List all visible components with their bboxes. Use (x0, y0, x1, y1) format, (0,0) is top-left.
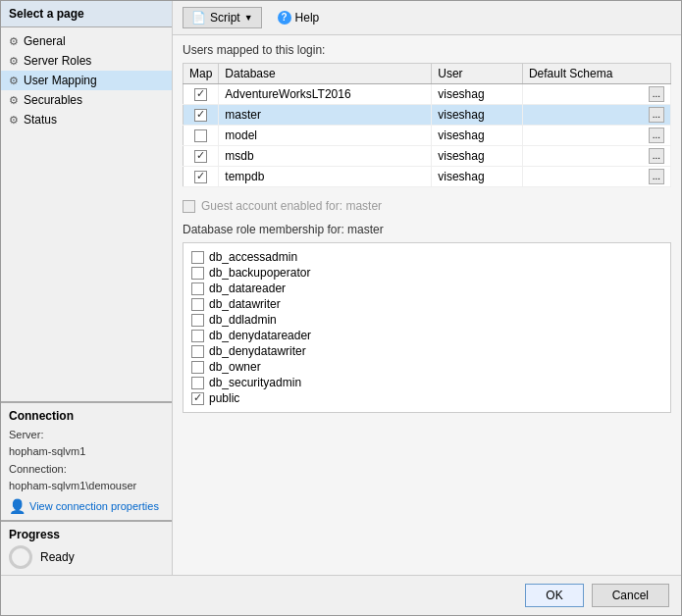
schema-2: ... (522, 105, 670, 126)
user-name-1: viseshag (432, 84, 523, 105)
row-checkbox-4[interactable] (194, 150, 207, 163)
help-icon: ? (278, 11, 291, 25)
ellipsis-btn-1[interactable]: ... (649, 86, 664, 102)
role-item-db_datareader: db_datareader (191, 281, 662, 296)
user-name-3: viseshag (432, 126, 523, 146)
dialog-footer: OK Cancel (1, 575, 681, 615)
role-checkbox-db_datareader[interactable] (191, 282, 204, 295)
role-checkbox-db_owner[interactable] (191, 361, 204, 374)
table-row[interactable]: msdb viseshag ... (184, 146, 671, 167)
table-row[interactable]: model viseshag ... (184, 126, 671, 146)
connection-info: Server: hopham-sqlvm1 Connection: hopham… (9, 427, 164, 495)
users-header: Users mapped to this login: (183, 43, 671, 57)
row-checkbox-3[interactable] (194, 129, 207, 142)
schema-4: ... (522, 146, 670, 167)
role-checkbox-db_datawriter[interactable] (191, 298, 204, 311)
connection-header: Connection (9, 409, 164, 423)
progress-spinner (9, 545, 32, 569)
row-checkbox-1[interactable] (194, 88, 207, 101)
server-label: Server: (9, 427, 164, 444)
role-item-db_backupoperator: db_backupoperator (191, 265, 662, 281)
script-icon: 📄 (191, 11, 206, 25)
user-name-4: viseshag (432, 146, 523, 167)
progress-status: Ready (40, 550, 75, 564)
progress-content: Ready (9, 545, 164, 569)
ok-button[interactable]: OK (525, 584, 583, 607)
user-name-2: viseshag (432, 105, 523, 126)
ellipsis-btn-5[interactable]: ... (649, 169, 664, 184)
connection-person-icon: 👤 (9, 498, 26, 514)
script-dropdown-icon: ▼ (244, 13, 253, 23)
roles-title: Database role membership for: master (183, 223, 671, 236)
sidebar-item-general[interactable]: ⚙ General (1, 31, 172, 51)
ellipsis-btn-4[interactable]: ... (649, 148, 664, 164)
role-item-db_datawriter: db_datawriter (191, 296, 662, 312)
help-button[interactable]: ? Help (270, 8, 328, 27)
user-name-5: viseshag (432, 167, 523, 187)
role-item-public: public (191, 390, 662, 406)
securables-icon: ⚙ (9, 94, 19, 107)
user-mapping-icon: ⚙ (9, 75, 19, 87)
roles-section: db_accessadmin db_backupoperator db_data… (183, 242, 671, 413)
sidebar-item-user-mapping[interactable]: ⚙ User Mapping (1, 71, 172, 90)
left-panel-title: Select a page (1, 1, 172, 27)
cancel-button[interactable]: Cancel (592, 584, 669, 607)
toolbar: 📄 Script ▼ ? Help (173, 1, 681, 35)
row-checkbox-5[interactable] (194, 171, 207, 183)
progress-section: Progress Ready (1, 520, 172, 575)
role-item-db_ddladmin: db_ddladmin (191, 312, 662, 328)
table-row[interactable]: tempdb viseshag ... (184, 167, 671, 187)
role-item-db_denydatawriter: db_denydatawriter (191, 343, 662, 359)
role-checkbox-db_securityadmin[interactable] (191, 377, 204, 389)
db-name-3: model (219, 126, 432, 146)
server-value: hopham-sqlvm1 (9, 443, 164, 461)
general-icon: ⚙ (9, 35, 19, 48)
ellipsis-btn-3[interactable]: ... (649, 128, 664, 143)
users-table: Map Database User Default Schema Adventu… (183, 63, 671, 187)
dialog: Select a page ⚙ General ⚙ Server Roles ⚙… (0, 0, 682, 616)
connection-section: Connection Server: hopham-sqlvm1 Connect… (1, 401, 172, 520)
schema-1: ... (522, 84, 670, 105)
role-item-db_accessadmin: db_accessadmin (191, 249, 662, 265)
sidebar-item-securables[interactable]: ⚙ Securables (1, 90, 172, 110)
role-item-db_securityadmin: db_securityadmin (191, 375, 662, 390)
db-name-5: tempdb (219, 167, 432, 187)
progress-header: Progress (9, 528, 164, 541)
db-name-2: master (219, 105, 432, 126)
script-button[interactable]: 📄 Script ▼ (183, 7, 262, 28)
role-checkbox-db_ddladmin[interactable] (191, 314, 204, 327)
ellipsis-btn-2[interactable]: ... (649, 107, 664, 123)
view-connection-link[interactable]: 👤 View connection properties (9, 498, 164, 514)
role-item-db_owner: db_owner (191, 359, 662, 375)
col-map: Map (184, 64, 219, 84)
guest-label: Guest account enabled for: master (201, 199, 382, 213)
col-schema: Default Schema (522, 64, 670, 84)
right-panel: 📄 Script ▼ ? Help Users mapped to this l… (173, 1, 681, 575)
server-roles-icon: ⚙ (9, 55, 19, 68)
nav-items: ⚙ General ⚙ Server Roles ⚙ User Mapping … (1, 27, 172, 401)
role-checkbox-public[interactable] (191, 392, 204, 405)
role-item-db_denydatareader: db_denydatareader (191, 328, 662, 343)
dialog-body: Select a page ⚙ General ⚙ Server Roles ⚙… (1, 1, 681, 575)
col-user: User (432, 64, 523, 84)
left-panel: Select a page ⚙ General ⚙ Server Roles ⚙… (1, 1, 173, 575)
role-checkbox-db_accessadmin[interactable] (191, 251, 204, 264)
connection-value: hopham-sqlvm1\demouser (9, 478, 164, 495)
sidebar-item-server-roles[interactable]: ⚙ Server Roles (1, 51, 172, 71)
main-content: Users mapped to this login: Map Database… (173, 35, 681, 575)
guest-checkbox[interactable] (183, 200, 195, 213)
role-checkbox-db_backupoperator[interactable] (191, 267, 204, 280)
role-checkbox-db_denydatareader[interactable] (191, 330, 204, 342)
db-name-1: AdventureWorksLT2016 (219, 84, 432, 105)
row-checkbox-2[interactable] (194, 109, 207, 122)
sidebar-item-status[interactable]: ⚙ Status (1, 110, 172, 129)
connection-label: Connection: (9, 461, 164, 479)
status-icon: ⚙ (9, 114, 19, 127)
role-checkbox-db_denydatawriter[interactable] (191, 345, 204, 358)
db-name-4: msdb (219, 146, 432, 167)
table-row[interactable]: master viseshag ... (184, 105, 671, 126)
guest-row: Guest account enabled for: master (183, 195, 671, 217)
table-row[interactable]: AdventureWorksLT2016 viseshag ... (184, 84, 671, 105)
schema-5: ... (522, 167, 670, 187)
col-database: Database (219, 64, 432, 84)
